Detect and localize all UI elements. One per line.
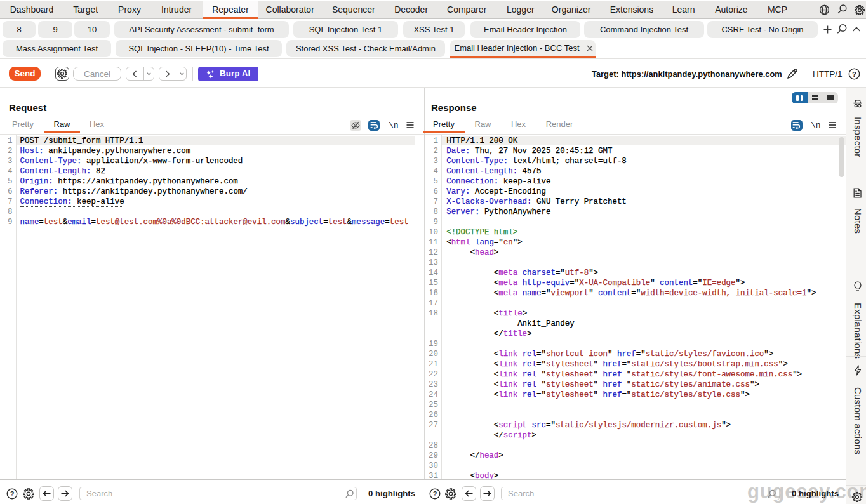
svg-text:?: ? <box>852 70 856 78</box>
svg-text:?: ? <box>433 490 437 498</box>
svg-text:?: ? <box>10 490 15 498</box>
